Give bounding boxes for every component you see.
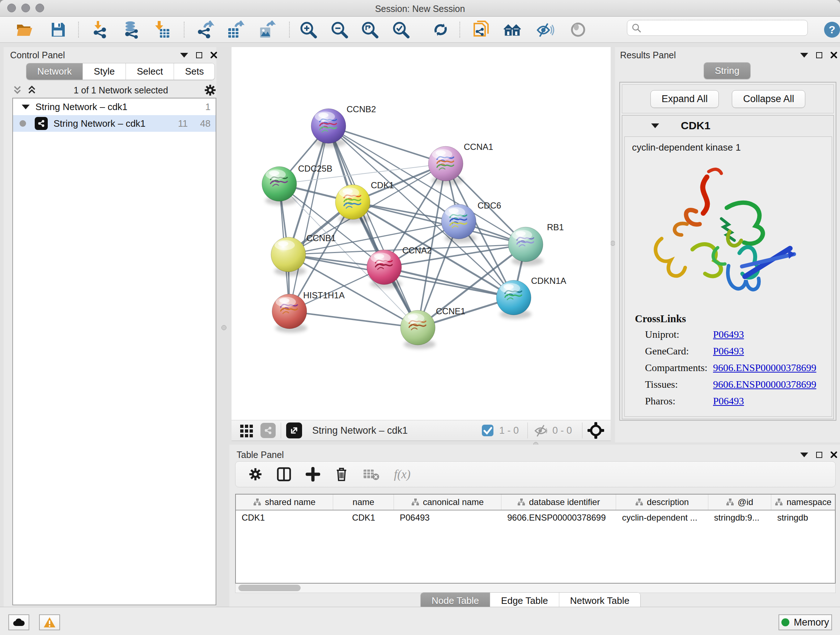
close-panel-icon[interactable] <box>210 51 218 59</box>
zoom-selected-button[interactable] <box>392 20 410 39</box>
center-view-crosshair-icon[interactable] <box>587 422 604 439</box>
cell-namespace[interactable]: stringdb <box>771 510 835 526</box>
import-network-database-button[interactable] <box>122 20 141 39</box>
gene-section-header[interactable]: CDK1 <box>622 116 834 136</box>
table-horizontal-scrollbar[interactable] <box>235 584 836 593</box>
hide-selected-button[interactable] <box>535 20 554 39</box>
open-session-button[interactable] <box>15 20 34 39</box>
tab-string[interactable]: String <box>704 63 750 79</box>
crosslink-row: Uniprot: P06493 <box>645 329 826 345</box>
function-builder-button[interactable]: f(x) <box>394 468 411 481</box>
network-options-gear-icon[interactable] <box>204 84 216 96</box>
collapse-all-button[interactable]: Collapse All <box>732 90 805 108</box>
network-node-cdc6[interactable] <box>441 204 477 243</box>
column-header[interactable]: canonical name <box>394 494 501 510</box>
network-canvas[interactable]: CCNB2CCNA1CDC25BCDK1CDC6RB1CCNB1CCNA2CDK… <box>232 47 611 420</box>
table-panel-title: Table Panel <box>237 450 284 460</box>
network-node-ccna1[interactable] <box>428 146 463 185</box>
zoom-in-button[interactable] <box>299 20 317 39</box>
clone-network-button[interactable] <box>472 20 491 39</box>
network-node-ccne1[interactable] <box>401 310 436 349</box>
column-header[interactable]: name <box>333 494 394 510</box>
toolbar-separator <box>289 22 290 38</box>
add-column-icon[interactable] <box>306 467 320 481</box>
tab-sets[interactable]: Sets <box>174 63 215 80</box>
close-panel-icon[interactable] <box>830 51 837 59</box>
float-panel-icon[interactable] <box>816 52 822 58</box>
export-table-button[interactable] <box>226 20 245 39</box>
network-node-cdkn1a[interactable] <box>496 280 531 319</box>
first-neighbors-button[interactable] <box>503 20 522 39</box>
crosslink-value-link[interactable]: 9606.ENSP00000378699 <box>713 362 816 379</box>
cell-description[interactable]: cyclin-dependent ... <box>616 510 708 526</box>
apply-layout-button[interactable] <box>431 20 450 39</box>
delete-table-icon[interactable] <box>363 467 379 481</box>
birds-eye-view-icon[interactable] <box>286 423 302 439</box>
panel-menu-icon[interactable] <box>180 53 188 57</box>
import-table-button[interactable] <box>153 20 172 39</box>
column-header[interactable]: description <box>616 494 708 510</box>
help-button[interactable]: ? <box>823 20 840 39</box>
cell-name[interactable]: CDK1 <box>333 510 394 526</box>
network-view-mode-icon[interactable] <box>261 423 276 438</box>
export-network-button[interactable] <box>195 20 214 39</box>
warnings-button[interactable] <box>39 614 60 630</box>
network-row-selected[interactable]: String Network – cdk1 11 48 <box>13 115 216 132</box>
network-node-ccnb1[interactable] <box>271 237 306 276</box>
search-input[interactable] <box>641 22 800 33</box>
delete-column-icon[interactable] <box>335 467 348 482</box>
crosslink-value-link[interactable]: 9606.ENSP00000378699 <box>713 379 816 395</box>
hidden-eye-icon[interactable] <box>533 424 549 437</box>
network-node-cdk1[interactable] <box>335 185 370 223</box>
graphics-details-button[interactable] <box>569 20 587 39</box>
save-session-button[interactable] <box>49 20 67 39</box>
grid-view-icon[interactable] <box>240 423 254 438</box>
crosslink-value-link[interactable]: P06493 <box>713 395 744 412</box>
expand-all-button[interactable]: Expand All <box>651 90 719 108</box>
selected-checkbox-icon[interactable] <box>481 424 494 437</box>
left-splitter-handle[interactable] <box>221 325 226 330</box>
cell-id[interactable]: stringdb:9... <box>708 510 772 526</box>
section-expander-icon[interactable] <box>651 124 659 128</box>
panel-menu-icon[interactable] <box>800 53 808 57</box>
column-header[interactable]: database identifier <box>501 494 616 510</box>
network-graph[interactable]: CCNB2CCNA1CDC25BCDK1CDC6RB1CCNB1CCNA2CDK… <box>232 47 611 420</box>
cell-database-identifier[interactable]: 9606.ENSP00000378699 <box>501 510 616 526</box>
cell-canonical-name[interactable]: P06493 <box>394 510 501 526</box>
search-box[interactable] <box>627 20 808 36</box>
import-network-file-button[interactable] <box>90 20 109 39</box>
close-panel-icon[interactable] <box>830 451 837 458</box>
cell-shared-name[interactable]: CDK1 <box>236 510 333 526</box>
crosslink-value-link[interactable]: P06493 <box>713 345 744 362</box>
column-header[interactable]: shared name <box>236 494 333 510</box>
table-options-gear-icon[interactable] <box>248 467 262 481</box>
right-splitter-handle[interactable] <box>610 241 615 246</box>
network-node-cdc25b[interactable] <box>262 166 297 205</box>
column-header[interactable]: namespace <box>771 494 835 510</box>
tab-style[interactable]: Style <box>83 63 126 80</box>
expand-all-icon[interactable] <box>27 85 38 95</box>
collapse-all-icon[interactable] <box>12 85 23 95</box>
show-columns-icon[interactable] <box>277 467 291 481</box>
tab-network[interactable]: Network <box>27 63 83 80</box>
panel-menu-icon[interactable] <box>800 453 808 457</box>
cloud-status-button[interactable] <box>8 614 29 630</box>
export-image-button[interactable] <box>257 20 276 39</box>
tab-select[interactable]: Select <box>126 63 174 80</box>
zoom-out-button[interactable] <box>330 20 349 39</box>
gene-detail-box: cyclin-dependent kinase 1 <box>624 136 832 417</box>
column-header[interactable]: @id <box>708 494 772 510</box>
table-row[interactable]: CDK1 CDK1 P06493 9606.ENSP00000378699 cy… <box>236 510 835 526</box>
network-node-hist1h1a[interactable] <box>272 294 307 333</box>
network-node-ccna2[interactable] <box>367 250 402 288</box>
network-collection-row[interactable]: String Network – cdk1 1 <box>13 98 216 115</box>
scrollbar-thumb[interactable] <box>238 585 301 591</box>
memory-button[interactable]: Memory <box>778 614 832 630</box>
collection-expander-icon[interactable] <box>22 105 30 109</box>
float-panel-icon[interactable] <box>196 52 202 58</box>
float-panel-icon[interactable] <box>816 452 822 458</box>
network-node-rb1[interactable] <box>508 227 543 266</box>
crosslink-value-link[interactable]: P06493 <box>713 329 744 345</box>
zoom-fit-button[interactable] <box>360 20 379 39</box>
network-node-ccnb2[interactable] <box>311 109 346 147</box>
